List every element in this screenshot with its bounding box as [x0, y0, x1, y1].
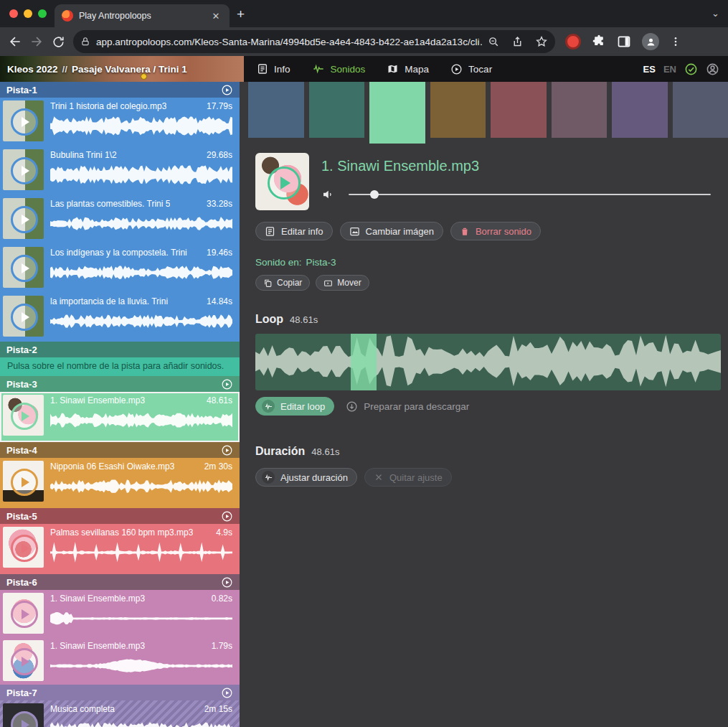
- track-swatch-7[interactable]: [612, 82, 668, 138]
- clip-thumbnail[interactable]: [3, 198, 44, 239]
- clip-play-button[interactable]: [11, 157, 38, 184]
- clip-thumbnail[interactable]: [3, 593, 44, 634]
- maximize-window-button[interactable]: [38, 9, 47, 18]
- track-header-pista-1[interactable]: Pista-1: [0, 82, 240, 98]
- breadcrumb-path[interactable]: Pasaje Valvanera / Trini 1: [72, 64, 187, 75]
- track-header-pista-7[interactable]: Pista-7: [0, 685, 240, 700]
- tab-info[interactable]: Info: [257, 63, 290, 75]
- clip-play-button[interactable]: [11, 108, 38, 136]
- track-link[interactable]: Pista-3: [306, 257, 336, 268]
- track-swatch-6[interactable]: [552, 82, 608, 138]
- share-icon[interactable]: [511, 36, 524, 48]
- back-button[interactable]: [4, 31, 26, 52]
- chevron-down-icon[interactable]: ⌄: [712, 8, 719, 19]
- edit-info-button[interactable]: Editar info: [255, 222, 333, 240]
- sound-image[interactable]: [255, 153, 309, 210]
- clip-thumbnail[interactable]: [3, 100, 44, 141]
- browser-tab[interactable]: Play Antropoloops ✕: [55, 4, 230, 27]
- track-play-button[interactable]: [221, 378, 233, 390]
- bookmark-star-icon[interactable]: [535, 35, 548, 48]
- playhead[interactable]: [351, 334, 377, 390]
- reload-button[interactable]: [47, 31, 69, 52]
- volume-slider[interactable]: [349, 194, 711, 195]
- track-swatch-5[interactable]: [491, 82, 547, 138]
- clip-pista-6-1[interactable]: 1. Sinawi Ensemble.mp30.82s: [0, 590, 240, 637]
- track-play-button[interactable]: [221, 576, 233, 588]
- tab-close-icon[interactable]: ✕: [209, 9, 222, 22]
- track-header-pista-5[interactable]: Pista-5: [0, 508, 240, 524]
- clip-pista-6-2[interactable]: 1. Sinawi Ensemble.mp31.79s: [0, 637, 240, 685]
- clip-thumbnail[interactable]: [3, 149, 44, 190]
- clip-thumbnail[interactable]: [3, 703, 44, 727]
- clip-play-button[interactable]: [11, 711, 38, 727]
- clip-pista-1-1[interactable]: Trini 1 historia del colegio.mp317.79s: [0, 98, 240, 146]
- track-play-button[interactable]: [221, 444, 233, 456]
- track-header-pista-4[interactable]: Pista-4: [0, 442, 240, 458]
- track-swatch-4[interactable]: [430, 82, 486, 138]
- adjust-duration-button[interactable]: Ajustar duración: [255, 468, 357, 487]
- edit-loop-button[interactable]: Editar loop: [255, 397, 334, 416]
- forward-button[interactable]: [26, 31, 47, 52]
- tab-sonidos[interactable]: Sonidos: [312, 63, 366, 75]
- minimize-window-button[interactable]: [24, 9, 32, 18]
- side-panel-icon[interactable]: [617, 34, 631, 49]
- recording-indicator-icon[interactable]: [565, 34, 581, 50]
- clip-thumbnail[interactable]: [3, 527, 44, 568]
- delete-sound-button[interactable]: Borrar sonido: [450, 222, 541, 240]
- clip-thumbnail[interactable]: [3, 461, 44, 502]
- clip-pista-1-2[interactable]: Bubulina Trini 1\229.68s: [0, 146, 240, 195]
- clip-pista-1-4[interactable]: Los indígenas y la compostela. Trini19.4…: [0, 244, 240, 293]
- track-swatch-3[interactable]: [369, 82, 425, 144]
- clip-play-button[interactable]: [11, 469, 38, 496]
- clip-play-button[interactable]: [11, 535, 38, 562]
- remove-adjust-button[interactable]: Quitar ajuste: [364, 468, 452, 487]
- breadcrumb-project[interactable]: Kleos 2022: [7, 64, 58, 75]
- clip-play-button[interactable]: [11, 601, 38, 628]
- move-button[interactable]: Mover: [316, 275, 369, 291]
- clip-play-button[interactable]: [11, 255, 38, 282]
- track-swatch-8[interactable]: [673, 82, 728, 138]
- clip-pista-1-3[interactable]: Las plantas comestibles. Trini 533.28s: [0, 195, 240, 244]
- extensions-puzzle-icon[interactable]: [592, 34, 606, 49]
- track-header-pista-6[interactable]: Pista-6: [0, 574, 240, 590]
- clip-pista-3-1[interactable]: 1. Sinawi Ensemble.mp348.61s: [0, 392, 240, 442]
- change-image-button[interactable]: Cambiar imágen: [340, 222, 443, 240]
- clip-play-button[interactable]: [11, 206, 38, 233]
- saved-check-icon[interactable]: [684, 62, 698, 76]
- play-button[interactable]: [268, 166, 301, 200]
- profile-avatar[interactable]: [642, 33, 659, 50]
- clip-thumbnail[interactable]: [3, 247, 44, 288]
- account-icon[interactable]: [706, 62, 719, 76]
- tab-tocar[interactable]: Tocar: [450, 63, 492, 75]
- track-swatch-1[interactable]: [248, 82, 304, 138]
- clip-play-button[interactable]: [11, 403, 38, 430]
- prepare-download-button[interactable]: Preparar para descargar: [346, 400, 469, 413]
- track-play-button[interactable]: [221, 687, 233, 699]
- breadcrumb[interactable]: Kleos 2022 // Pasaje Valvanera / Trini 1: [0, 56, 244, 82]
- track-header-pista-2[interactable]: Pista-2: [0, 342, 240, 357]
- lang-es[interactable]: ES: [643, 64, 656, 75]
- track-swatch-2[interactable]: [309, 82, 365, 138]
- track-play-button[interactable]: [221, 510, 233, 522]
- close-window-button[interactable]: [9, 9, 18, 18]
- clip-thumbnail[interactable]: [3, 395, 44, 436]
- lang-en[interactable]: EN: [663, 64, 676, 75]
- browser-menu-kebab-icon[interactable]: [670, 36, 681, 47]
- volume-slider-thumb[interactable]: [370, 190, 379, 199]
- zoom-out-icon[interactable]: [488, 36, 500, 48]
- clip-play-button[interactable]: [11, 648, 38, 675]
- clip-pista-1-5[interactable]: la importancia de la lluvia. Trini14.84s: [0, 293, 240, 342]
- clip-thumbnail[interactable]: [3, 640, 44, 681]
- loop-waveform[interactable]: [255, 334, 721, 390]
- new-tab-button[interactable]: +: [237, 7, 245, 21]
- clip-pista-7-1[interactable]: Musica completa2m 15s: [0, 700, 240, 727]
- copy-button[interactable]: Copiar: [255, 275, 310, 291]
- track-header-pista-3[interactable]: Pista-3: [0, 376, 240, 392]
- clip-pista-4-1[interactable]: Nipponia 06 Esashi Oiwake.mp32m 30s: [0, 458, 240, 508]
- clip-pista-5-1[interactable]: Palmas sevillanas 160 bpm mp3.mp34.9s: [0, 524, 240, 574]
- address-bar[interactable]: app.antropoloops.com/Kleos-Santa-Marina/…: [73, 30, 555, 53]
- tab-mapa[interactable]: Mapa: [387, 63, 429, 75]
- clip-thumbnail[interactable]: [3, 296, 44, 337]
- clip-play-button[interactable]: [11, 304, 38, 331]
- track-play-button[interactable]: [221, 84, 233, 96]
